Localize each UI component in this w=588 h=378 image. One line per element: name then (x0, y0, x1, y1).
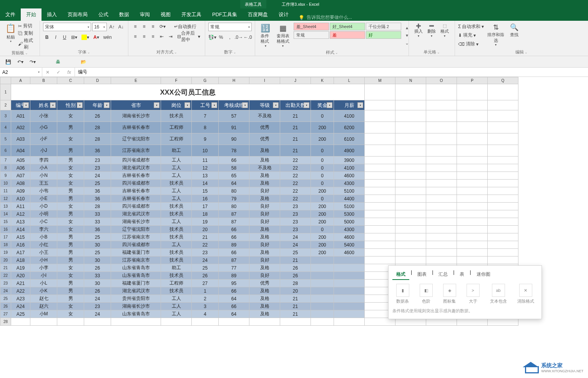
cell[interactable]: 16 (192, 195, 219, 203)
tab-insert[interactable]: 插入 (42, 8, 62, 21)
cell[interactable]: 技术员 (161, 287, 192, 295)
cell[interactable]: A01 (11, 110, 30, 122)
cell[interactable]: 20 (192, 226, 219, 233)
cell[interactable]: 福建省厦门市 (111, 249, 161, 256)
underline-button[interactable]: U (61, 33, 68, 41)
cell[interactable]: 技术员 (161, 249, 192, 256)
cell[interactable]: 小K (30, 287, 57, 295)
cell[interactable]: 21 (192, 233, 219, 241)
cell[interactable]: 男 (57, 195, 84, 203)
cell[interactable] (457, 249, 488, 256)
cell[interactable] (457, 133, 488, 145)
table-header-7[interactable]: 考核成绩▾ (219, 100, 249, 110)
cell[interactable]: 工人 (161, 310, 192, 318)
cell[interactable]: 4300 (334, 226, 365, 233)
cell[interactable]: 小F (30, 133, 57, 145)
cell[interactable]: 四川省成都市 (111, 157, 161, 164)
cell[interactable]: 22 (280, 164, 311, 172)
cell[interactable]: 山东省青岛市 (111, 272, 161, 280)
cell[interactable] (192, 318, 219, 326)
cell[interactable]: 女 (57, 272, 84, 280)
cell[interactable] (57, 318, 84, 326)
cell[interactable]: 湖南省长沙市 (111, 303, 161, 310)
cell[interactable]: 江苏省南京市 (111, 233, 161, 241)
cell[interactable] (488, 210, 518, 218)
cell[interactable]: 小E (30, 195, 57, 203)
cell[interactable]: 男 (57, 280, 84, 287)
row-header-14[interactable]: 14 (0, 210, 11, 218)
cell[interactable]: 57 (219, 110, 249, 122)
cell[interactable]: 15 (192, 187, 219, 195)
tab-layout[interactable]: 页面布局 (62, 8, 93, 21)
cell[interactable] (365, 164, 395, 172)
comma-button[interactable]: , (226, 33, 234, 41)
cell[interactable]: 24 (84, 172, 111, 180)
cell[interactable]: 吉林省长春市 (111, 187, 161, 195)
row-header-8[interactable]: 8 (0, 164, 11, 172)
align-top-button[interactable]: ≡ (131, 23, 139, 30)
phonetic-button[interactable]: wén (102, 33, 113, 41)
cell[interactable]: 及格 (249, 172, 280, 180)
cancel-formula-button[interactable]: ✕ (42, 70, 53, 75)
cell[interactable]: A10 (11, 195, 30, 203)
cell[interactable]: 25 (84, 233, 111, 241)
cell[interactable]: 优秀 (249, 280, 280, 287)
cell[interactable]: 四川省成都市 (111, 241, 161, 249)
cell[interactable]: 女 (57, 310, 84, 318)
enter-formula-button[interactable]: ✓ (53, 70, 64, 75)
cell[interactable]: 四川省成都市 (111, 180, 161, 187)
cell[interactable] (426, 226, 457, 233)
cell[interactable] (426, 157, 457, 164)
cell[interactable]: 及格 (249, 233, 280, 241)
cell[interactable]: 18 (192, 210, 219, 218)
cell[interactable]: 良好 (249, 210, 280, 218)
cell[interactable]: 0 (311, 145, 334, 157)
table-header-9[interactable]: 出勤天数▾ (280, 100, 311, 110)
cell[interactable]: 89 (219, 272, 249, 280)
print-preview-button[interactable]: 🖶 (55, 58, 61, 65)
table-header-4[interactable]: 省市▾ (111, 100, 161, 110)
cell[interactable] (488, 218, 518, 226)
tab-file[interactable]: 文件 (0, 8, 21, 21)
cell[interactable]: 3 (192, 303, 219, 310)
cell[interactable]: 江苏省南京市 (111, 256, 161, 264)
cell[interactable]: 33 (84, 272, 111, 280)
tab-baidu[interactable]: 百度网盘 (243, 8, 273, 21)
filter-icon[interactable]: ▾ (273, 102, 279, 108)
quick-option-2[interactable]: ◈图标集 (443, 284, 456, 304)
cell[interactable] (426, 187, 457, 195)
cell[interactable]: 技术员 (161, 180, 192, 187)
cell[interactable] (426, 122, 457, 133)
cell[interactable]: 30 (84, 256, 111, 264)
cell[interactable]: 小A (30, 164, 57, 172)
table-header-1[interactable]: 姓名▾ (30, 100, 57, 110)
undo-button[interactable]: ↶▾ (17, 58, 24, 65)
row-header-24[interactable]: 24 (0, 287, 11, 295)
cell[interactable]: 工程师 (161, 133, 192, 145)
cell[interactable]: 工程师 (161, 122, 192, 133)
cell[interactable] (426, 110, 457, 122)
cell[interactable]: 女 (57, 226, 84, 233)
cell[interactable]: 良好 (249, 187, 280, 195)
cell[interactable]: 23 (84, 303, 111, 310)
cell[interactable]: 男 (57, 157, 84, 164)
cell[interactable]: 女 (57, 303, 84, 310)
cell[interactable]: 25 (192, 264, 219, 272)
row-header-3[interactable]: 3 (0, 110, 11, 122)
fx-button[interactable]: fx (64, 70, 75, 75)
cell[interactable]: 小红 (30, 241, 57, 249)
cell[interactable]: 22 (280, 187, 311, 195)
align-right-button[interactable]: ≡ (149, 33, 157, 40)
cell[interactable]: 22 (280, 157, 311, 164)
cell[interactable]: 26 (280, 272, 311, 280)
cell[interactable]: 贵州省贵阳市 (111, 295, 161, 303)
cell[interactable]: 9 (192, 133, 219, 145)
cell[interactable] (395, 157, 426, 164)
cell[interactable] (311, 264, 334, 272)
cell[interactable]: 技术员 (161, 210, 192, 218)
filter-icon[interactable]: ▾ (23, 102, 29, 108)
cell[interactable] (365, 249, 395, 256)
cell[interactable]: 5400 (334, 241, 365, 249)
italic-button[interactable]: I (52, 33, 60, 41)
cell[interactable] (426, 233, 457, 241)
